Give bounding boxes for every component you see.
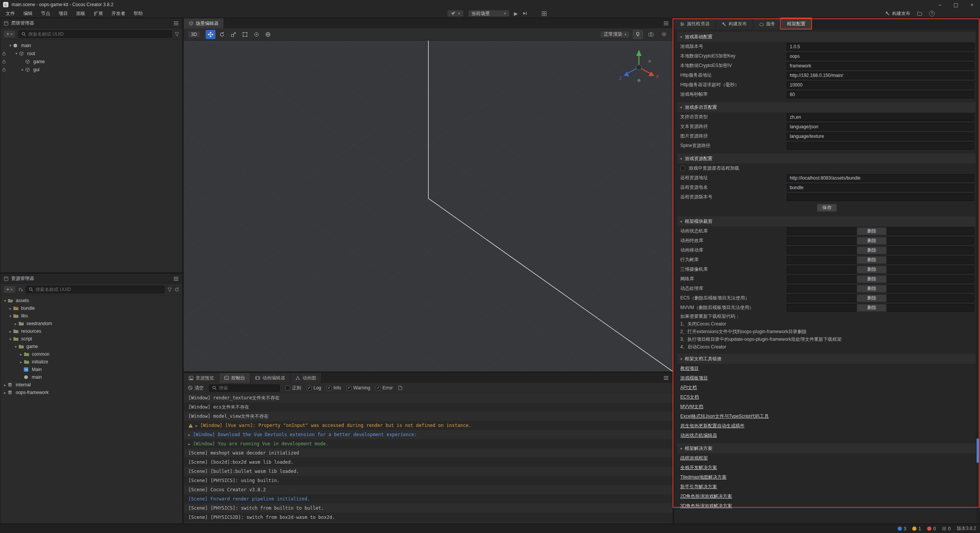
console-log-row[interactable]: ▸[Window] Download the Vue Devtools exte… <box>184 430 673 439</box>
console-log-row[interactable]: [Scene] [box2d]:box2d wasm lib loaded. <box>184 458 673 467</box>
tree-node-Main[interactable]: TSMain <box>0 366 182 373</box>
assets-search[interactable] <box>26 286 165 293</box>
module-input[interactable] <box>787 237 857 245</box>
play-button[interactable]: ▶ <box>514 11 518 16</box>
console-tab[interactable]: 动画图 <box>291 373 322 383</box>
expand-arrow-icon[interactable]: ▸ <box>188 442 190 446</box>
create-node-button[interactable]: +▾ <box>3 30 16 38</box>
inspector-tab-0[interactable]: 属性检查器 <box>674 18 716 29</box>
tree-node-script[interactable]: ▾script <box>0 335 182 343</box>
tree-node-initialize[interactable]: ▸initialize <box>0 358 182 366</box>
open-project-folder-icon[interactable] <box>917 11 922 16</box>
tree-node-libs[interactable]: ▾libs <box>0 312 182 320</box>
filter-checkbox-error[interactable]: ✓Error <box>376 385 393 391</box>
rect-tool-button[interactable] <box>240 30 250 39</box>
console-tab[interactable]: 资源预览 <box>184 373 219 383</box>
task-badge[interactable]: 0 <box>942 526 951 531</box>
inspector-tab-3[interactable]: 框架配置 <box>781 18 812 29</box>
assets-search-input[interactable] <box>36 287 162 292</box>
module-input[interactable] <box>787 247 857 254</box>
chevron-right-icon[interactable]: ▸ <box>2 383 8 387</box>
tab-scene-editor[interactable]: 场景编辑器 <box>184 18 224 28</box>
chevron-down-icon[interactable]: ▾ <box>8 43 13 47</box>
field-input[interactable] <box>787 62 974 70</box>
pivot-toggle-button[interactable] <box>252 30 261 39</box>
render-mode-select[interactable]: 正常渲染 ▾ <box>600 31 630 38</box>
doc-link[interactable]: 战棋游戏框架 <box>680 455 708 461</box>
warning-count-badge[interactable]: 1 <box>912 526 921 531</box>
section-header[interactable]: ▾框架解决方案 <box>677 443 977 453</box>
field-input[interactable] <box>787 132 974 140</box>
section-header[interactable]: ▾框架模块裁剪 <box>677 216 977 226</box>
close-button[interactable]: × <box>964 0 980 9</box>
build-publish-button[interactable]: 构建发布 <box>885 10 910 17</box>
info-count-badge[interactable]: 3 <box>898 526 906 531</box>
delete-button[interactable]: 删除 <box>857 256 887 264</box>
section-header[interactable]: ▾游戏基础配置 <box>677 32 977 42</box>
tree-node-game[interactable]: game <box>0 57 182 65</box>
rotate-tool-button[interactable] <box>217 30 227 39</box>
chevron-down-icon[interactable]: ▾ <box>14 51 19 56</box>
lock-icon[interactable] <box>2 67 8 72</box>
module-input[interactable] <box>787 256 857 264</box>
field-input[interactable] <box>787 142 974 150</box>
doc-link[interactable]: 3D角色扮演游戏解决方案 <box>680 503 732 509</box>
console-log-row[interactable]: [Scene] meshopt wasm decoder initialized <box>184 448 673 458</box>
console-tab[interactable]: 控制台 <box>219 373 250 383</box>
filter-checkbox-warning[interactable]: ✓Warning <box>346 385 370 391</box>
tree-node-root[interactable]: ▾root <box>0 49 182 57</box>
tree-node-gui[interactable]: ▸gui <box>0 65 182 74</box>
delete-button[interactable]: 删除 <box>857 227 887 235</box>
delete-button[interactable]: 删除 <box>857 237 887 245</box>
delete-button[interactable]: 删除 <box>857 266 887 273</box>
remote-load-checkbox[interactable] <box>680 166 685 171</box>
error-count-badge[interactable]: 0 <box>927 526 936 531</box>
save-button[interactable]: 保存 <box>817 204 837 212</box>
expand-arrow-icon[interactable]: ▸ <box>188 433 190 437</box>
section-header[interactable]: ▾框架文档工具链接 <box>677 354 977 364</box>
filter-checkbox-log[interactable]: ✓Log <box>307 385 321 391</box>
chevron-right-icon[interactable]: ▸ <box>20 67 25 72</box>
chevron-right-icon[interactable]: ▸ <box>13 322 18 326</box>
chevron-right-icon[interactable]: ▸ <box>8 306 13 311</box>
tree-node-resources[interactable]: ▸resources <box>0 327 182 335</box>
panel-menu-icon[interactable] <box>663 21 669 26</box>
filter-icon[interactable] <box>175 32 179 36</box>
doc-link[interactable]: Tiledmap地图解决方案 <box>680 474 727 481</box>
move-tool-button[interactable] <box>206 30 216 39</box>
console-log-row[interactable]: [Window] render_texture文件夹不存在 <box>184 393 673 402</box>
console-log-row[interactable]: [Scene] [bullet]:bullet wasm lib loaded. <box>184 467 673 476</box>
panel-menu-icon[interactable] <box>173 21 179 26</box>
console-search[interactable] <box>209 384 280 392</box>
delete-button[interactable]: 删除 <box>857 285 887 293</box>
axis-gizmo[interactable]: X Z <box>616 47 662 87</box>
clear-console-button[interactable]: 清空 <box>188 385 204 391</box>
menu-item[interactable]: 节点 <box>37 9 54 18</box>
chevron-right-icon[interactable]: ▸ <box>2 391 8 395</box>
panel-menu-icon[interactable] <box>173 276 179 281</box>
screenshot-button[interactable] <box>646 30 656 39</box>
field-input[interactable] <box>787 72 974 79</box>
field-input[interactable] <box>787 174 974 182</box>
field-input[interactable] <box>787 52 974 60</box>
console-log-row[interactable]: [Scene] Forward render pipeline initiali… <box>184 494 673 504</box>
field-input[interactable] <box>787 43 974 51</box>
expand-arrow-icon[interactable]: ▸ <box>196 423 198 428</box>
doc-link[interactable]: 游戏模板项目 <box>680 375 708 381</box>
module-input[interactable] <box>787 294 857 302</box>
chevron-right-icon[interactable]: ▸ <box>8 329 13 334</box>
tree-node-oops-framework[interactable]: ▸oops-framework <box>0 389 182 396</box>
filter-icon[interactable] <box>167 287 172 292</box>
module-input[interactable] <box>787 227 857 235</box>
console-log-row[interactable]: [Window] model_view文件夹不存在 <box>184 412 673 421</box>
menu-item[interactable]: 扩展 <box>90 9 107 18</box>
field-input[interactable] <box>787 184 974 191</box>
layout-grid-button[interactable] <box>542 11 547 16</box>
menu-item[interactable]: 开发者 <box>107 9 129 18</box>
chevron-down-icon[interactable]: ▾ <box>8 337 13 341</box>
doc-link[interactable]: 2D角色扮演游戏解决方案 <box>680 493 732 500</box>
console-log-row[interactable]: ▸[Window] You are running Vue in develop… <box>184 439 673 448</box>
chevron-down-icon[interactable]: ▾ <box>13 345 18 349</box>
section-header[interactable]: ▾游戏多语言配置 <box>677 102 977 112</box>
hierarchy-search-input[interactable] <box>28 31 169 37</box>
